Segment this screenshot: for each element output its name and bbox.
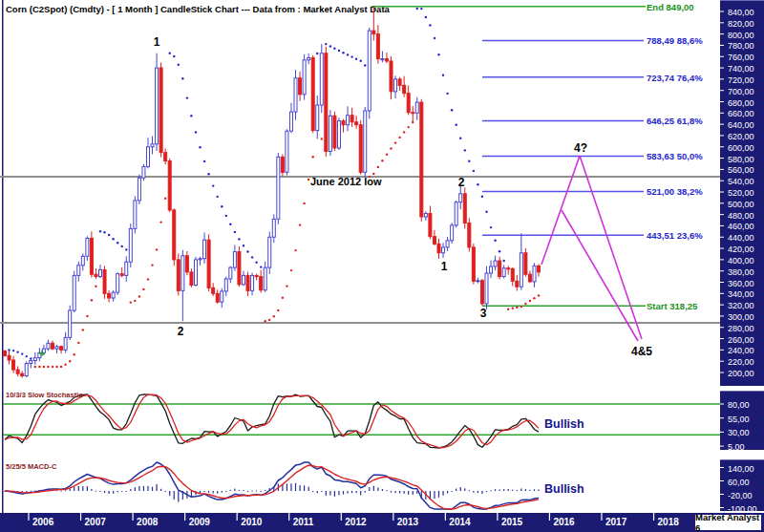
market-analyst-chart-window: Corn (C2Spot) (Cmdty) - [ 1 Month ] Cand… (0, 0, 764, 532)
chart-canvas[interactable] (0, 0, 764, 532)
market-analyst-watermark: Market Analyst 6 (693, 513, 763, 532)
stochastic-lines-group (5, 394, 539, 448)
axis-panels-group (0, 0, 764, 532)
stochastic-guides-group (3, 404, 720, 435)
wave-projection-lines-group (541, 156, 642, 341)
parabolic-sar-dots-group (8, 8, 540, 368)
fibonacci-lines-group (371, 7, 646, 306)
macd-lines-group (5, 462, 539, 509)
